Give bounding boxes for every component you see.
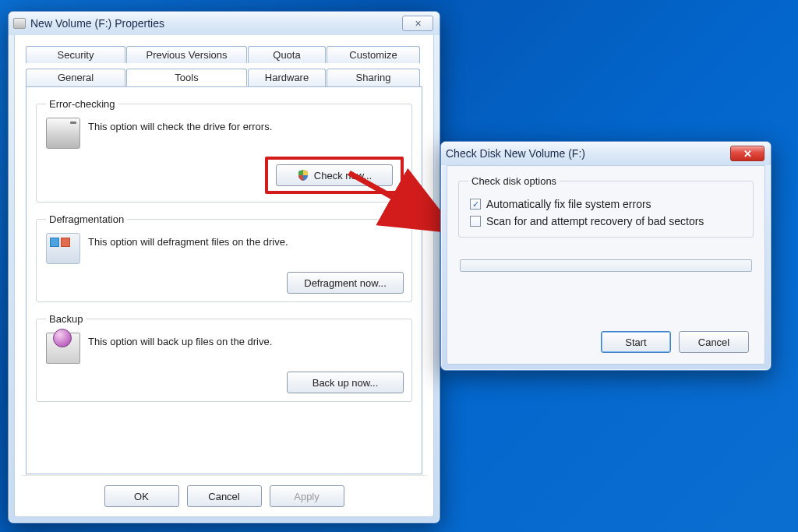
cancel-button[interactable]: Cancel: [187, 485, 262, 507]
backup-legend: Backup: [46, 313, 86, 325]
defragmentation-desc: This option will defragment files on the…: [88, 236, 288, 248]
tab-quota[interactable]: Quota: [248, 46, 326, 63]
defragmentation-legend: Defragmentation: [46, 213, 127, 225]
tab-sharing[interactable]: Sharing: [327, 69, 420, 86]
drive-icon: [13, 18, 26, 29]
backup-icon: [46, 333, 80, 364]
properties-titlebar[interactable]: New Volume (F:) Properties ✕: [9, 12, 440, 35]
backup-now-button[interactable]: Back up now...: [287, 372, 404, 393]
error-checking-icon: [46, 118, 80, 149]
check-disk-options-legend: Check disk options: [468, 175, 560, 187]
tab-hardware[interactable]: Hardware: [248, 69, 326, 86]
apply-button[interactable]: Apply: [270, 485, 344, 507]
start-button[interactable]: Start: [601, 331, 671, 353]
check-now-button[interactable]: Check now...: [276, 164, 393, 186]
cancel-button[interactable]: Cancel: [679, 331, 749, 353]
close-icon[interactable]: ✕: [730, 146, 764, 161]
defragmentation-group: Defragmentation This option will defragm…: [36, 213, 412, 302]
check-disk-title: Check Disk New Volume (F:): [446, 147, 585, 160]
error-checking-desc: This option will check the drive for err…: [88, 121, 272, 132]
auto-fix-option[interactable]: ✓ Automatically fix file system errors: [470, 198, 745, 210]
defragment-now-label: Defragment now...: [304, 277, 387, 289]
error-checking-legend: Error-checking: [46, 98, 118, 110]
check-disk-dialog-buttons: Start Cancel: [458, 292, 754, 353]
backup-desc: This option will back up files on the dr…: [88, 336, 272, 347]
check-disk-titlebar[interactable]: Check Disk New Volume (F:) ✕: [441, 142, 771, 165]
ok-button[interactable]: OK: [104, 485, 179, 507]
auto-fix-checkbox[interactable]: ✓: [470, 199, 481, 210]
scan-bad-option[interactable]: Scan for and attempt recovery of bad sec…: [470, 215, 745, 227]
check-now-highlight: Check now...: [265, 157, 404, 194]
check-now-label: Check now...: [314, 170, 372, 181]
tab-row-1: Security Previous Versions Quota Customi…: [21, 41, 427, 64]
tools-tab-panel: Error-checking This option will check th…: [26, 86, 422, 474]
check-disk-window: Check Disk New Volume (F:) ✕ Check disk …: [440, 141, 772, 371]
properties-title: New Volume (F:) Properties: [30, 17, 164, 30]
tab-previous-versions[interactable]: Previous Versions: [126, 46, 247, 63]
check-disk-options-group: Check disk options ✓ Automatically fix f…: [458, 175, 754, 238]
auto-fix-label: Automatically fix file system errors: [486, 198, 651, 210]
defragmentation-icon: [46, 233, 80, 264]
progress-bar: [460, 259, 752, 272]
properties-body: Security Previous Versions Quota Customi…: [14, 35, 434, 517]
tab-row-2: General Tools Hardware Sharing: [21, 64, 427, 87]
properties-dialog-buttons: OK Cancel Apply: [21, 475, 427, 507]
properties-window: New Volume (F:) Properties ✕ Security Pr…: [8, 11, 440, 523]
tab-tools[interactable]: Tools: [126, 69, 247, 86]
tab-customize[interactable]: Customize: [327, 46, 420, 63]
defragment-now-button[interactable]: Defragment now...: [287, 272, 404, 294]
uac-shield-icon: [297, 169, 309, 181]
close-icon[interactable]: ✕: [402, 16, 433, 31]
check-disk-body: Check disk options ✓ Automatically fix f…: [447, 165, 765, 365]
backup-now-label: Back up now...: [312, 377, 379, 389]
scan-bad-checkbox[interactable]: [470, 216, 481, 227]
tab-general[interactable]: General: [26, 69, 125, 86]
scan-bad-label: Scan for and attempt recovery of bad sec…: [486, 215, 704, 227]
backup-group: Backup This option will back up files on…: [36, 313, 412, 402]
error-checking-group: Error-checking This option will check th…: [36, 98, 412, 203]
tab-security[interactable]: Security: [26, 46, 125, 63]
